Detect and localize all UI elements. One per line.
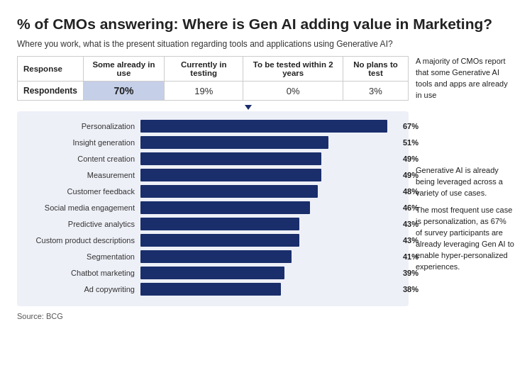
annotation-bottom: Generative AI is already being leveraged…	[416, 165, 515, 272]
col-header-some: Some already in use	[84, 57, 165, 82]
bar-label: Customer feedback	[27, 187, 140, 196]
page-title: % of CMOs answering: Where is Gen AI add…	[17, 14, 515, 33]
bar-row: Chatbot marketing39%	[27, 267, 399, 279]
bar-row: Social media engagement46%	[27, 201, 399, 214]
bar-track: 49%	[140, 169, 399, 181]
annotation-top: A majority of CMOs report that some Gene…	[416, 56, 515, 101]
bar-value-label: 43%	[403, 220, 419, 228]
bar-track: 67%	[140, 120, 399, 133]
value-testing: 19%	[164, 82, 243, 101]
response-table: Response Some already in use Currently i…	[17, 56, 409, 101]
bar-label: Segmentation	[27, 252, 140, 261]
bar-fill	[140, 120, 387, 133]
bar-track: 48%	[140, 185, 399, 198]
bar-value-label: 49%	[403, 171, 419, 179]
bar-value-label: 48%	[403, 187, 419, 196]
bar-track: 43%	[140, 234, 399, 247]
bar-track: 46%	[140, 201, 399, 214]
bar-label: Content creation	[27, 155, 140, 163]
down-arrow-icon	[245, 105, 252, 110]
bar-row: Customer feedback48%	[27, 185, 399, 198]
bar-row: Personalization67%	[27, 120, 399, 133]
bar-fill	[140, 152, 321, 165]
bar-value-label: 51%	[403, 138, 419, 147]
bar-track: 43%	[140, 218, 399, 230]
bar-track: 41%	[140, 250, 399, 263]
bar-fill	[140, 169, 321, 181]
chart-container: Personalization67%Insight generation51%C…	[17, 111, 409, 306]
bar-value-label: 43%	[403, 236, 419, 245]
bar-value-label: 49%	[403, 155, 419, 163]
col-header-testing: Currently in testing	[164, 57, 243, 82]
bar-row: Custom product descriptions43%	[27, 234, 399, 247]
bar-value-label: 41%	[403, 252, 419, 261]
bar-track: 38%	[140, 283, 399, 296]
bar-value-label: 46%	[403, 203, 419, 212]
bar-value-label: 67%	[403, 122, 419, 130]
col-header-noplans: No plans to test	[343, 57, 409, 82]
bar-row: Insight generation51%	[27, 136, 399, 149]
bar-label: Ad copywriting	[27, 285, 140, 293]
bar-value-label: 39%	[403, 269, 419, 277]
source-text: Source: BCG	[17, 312, 409, 320]
bar-fill	[140, 136, 328, 149]
bar-fill	[140, 185, 318, 198]
bar-label: Personalization	[27, 122, 140, 130]
bar-label: Social media engagement	[27, 203, 140, 212]
bar-row: Content creation49%	[27, 152, 399, 165]
value-tobetested: 0%	[243, 82, 343, 101]
value-noplans: 3%	[343, 82, 409, 101]
col-header-tobetested: To be tested within 2 years	[243, 57, 343, 82]
subtitle: Where you work, what is the present situ…	[17, 39, 515, 49]
bar-row: Measurement49%	[27, 169, 399, 181]
bar-fill	[140, 250, 292, 263]
bar-fill	[140, 283, 281, 296]
arrow-indicator	[17, 105, 409, 110]
bar-label: Custom product descriptions	[27, 236, 140, 245]
bar-row: Ad copywriting38%	[27, 283, 399, 296]
bar-label: Measurement	[27, 171, 140, 179]
bar-fill	[140, 201, 310, 214]
bar-track: 51%	[140, 136, 399, 149]
bar-track: 39%	[140, 267, 399, 279]
bar-label: Predictive analytics	[27, 220, 140, 228]
value-some: 70%	[84, 82, 165, 101]
col-header-response: Response	[18, 57, 84, 82]
left-section: Response Some already in use Currently i…	[17, 56, 409, 320]
bar-fill	[140, 234, 299, 247]
row-label: Respondents	[18, 82, 84, 101]
bar-label: Insight generation	[27, 138, 140, 147]
bar-row: Predictive analytics43%	[27, 218, 399, 230]
bar-value-label: 38%	[403, 285, 419, 293]
bar-label: Chatbot marketing	[27, 269, 140, 277]
bar-track: 49%	[140, 152, 399, 165]
right-section: A majority of CMOs report that some Gene…	[409, 56, 515, 320]
bar-fill	[140, 267, 284, 279]
bar-fill	[140, 218, 299, 230]
bar-row: Segmentation41%	[27, 250, 399, 263]
